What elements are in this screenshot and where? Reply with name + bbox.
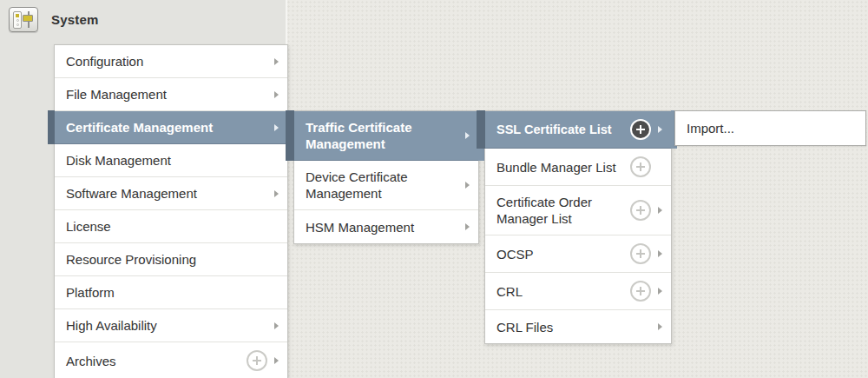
menu-item-label: Import... bbox=[687, 120, 845, 136]
arrow-spacer bbox=[852, 125, 857, 132]
submenu-arrow-icon bbox=[274, 357, 279, 364]
menu-item-file-management[interactable]: File Management bbox=[55, 78, 287, 111]
menu-item-platform[interactable]: Platform bbox=[55, 276, 287, 309]
menu-item-label: Archives bbox=[66, 353, 241, 369]
arrow-spacer bbox=[274, 256, 279, 263]
add-plus-icon[interactable] bbox=[630, 243, 651, 264]
submenu-arrow-icon bbox=[658, 250, 662, 257]
slider-track-left bbox=[13, 11, 22, 29]
menu-item-ssl-certificate-list[interactable]: SSL Certificate List bbox=[485, 111, 671, 149]
submenu-arrow-icon bbox=[465, 132, 470, 139]
menu-item-resource-provisioning[interactable]: Resource Provisioning bbox=[55, 243, 287, 276]
slider-knob bbox=[23, 15, 33, 22]
slider-dot bbox=[16, 19, 19, 22]
add-plus-icon[interactable] bbox=[630, 200, 651, 221]
menu-item-software-management[interactable]: Software Management bbox=[55, 177, 287, 210]
submenu-arrow-icon bbox=[274, 124, 279, 131]
menu-item-import[interactable]: Import... bbox=[675, 111, 865, 145]
submenu-arrow-icon bbox=[465, 223, 470, 230]
submenu-traffic-certificate-management: SSL Certificate ListBundle Manager ListC… bbox=[484, 110, 672, 344]
arrow-spacer bbox=[274, 223, 279, 230]
menu-item-device-certificate-management[interactable]: Device Certificate Management bbox=[294, 161, 478, 210]
menu-item-label: Resource Provisioning bbox=[66, 251, 267, 268]
add-plus-icon[interactable] bbox=[247, 350, 267, 371]
menu-item-label: Traffic Certificate Management bbox=[306, 119, 458, 152]
submenu-arrow-icon bbox=[658, 207, 662, 214]
menu-item-bundle-manager-list[interactable]: Bundle Manager List bbox=[485, 149, 671, 186]
menu-item-certificate-management[interactable]: Certificate Management bbox=[55, 111, 287, 144]
section-header: System bbox=[9, 7, 99, 32]
arrow-spacer bbox=[274, 289, 279, 296]
submenu-arrow-icon bbox=[658, 323, 662, 330]
screen: System ConfigurationFile ManagementCerti… bbox=[0, 0, 868, 378]
menu-item-crl-files[interactable]: CRL Files bbox=[485, 310, 671, 343]
add-plus-icon[interactable] bbox=[630, 119, 651, 140]
slider-dot bbox=[16, 14, 19, 17]
menu-item-crl[interactable]: CRL bbox=[485, 273, 671, 310]
menu-item-label: License bbox=[66, 218, 267, 235]
menu-item-label: Bundle Manager List bbox=[496, 159, 625, 176]
menu-item-label: CRL bbox=[496, 283, 625, 300]
submenu-arrow-icon bbox=[465, 182, 470, 189]
menu-item-disk-management[interactable]: Disk Management bbox=[55, 144, 287, 177]
menu-item-configuration[interactable]: Configuration bbox=[55, 45, 287, 78]
menu-item-label: Software Management bbox=[66, 185, 267, 202]
menu-item-ocsp[interactable]: OCSP bbox=[485, 235, 671, 273]
menu-item-label: File Management bbox=[66, 86, 267, 103]
menu-system: ConfigurationFile ManagementCertificate … bbox=[54, 44, 288, 378]
add-plus-icon[interactable] bbox=[630, 156, 651, 177]
submenu-arrow-icon bbox=[274, 322, 279, 329]
page-title: System bbox=[51, 12, 99, 27]
add-plus-icon[interactable] bbox=[630, 281, 651, 302]
submenu-arrow-icon bbox=[658, 288, 662, 295]
menu-item-label: HSM Management bbox=[306, 219, 458, 235]
menu-item-label: Certificate Management bbox=[66, 119, 267, 136]
menu-item-label: High Availability bbox=[66, 317, 267, 334]
menu-item-label: CRL Files bbox=[496, 319, 651, 335]
submenu-arrow-icon bbox=[274, 190, 279, 197]
menu-item-high-availability[interactable]: High Availability bbox=[55, 309, 287, 342]
menu-item-label: Platform bbox=[66, 284, 267, 301]
menu-item-label: Configuration bbox=[66, 53, 267, 70]
menu-item-label: SSL Certificate List bbox=[496, 122, 625, 138]
submenu-certificate-management: Traffic Certificate ManagementDevice Cer… bbox=[293, 110, 479, 244]
system-sliders-icon bbox=[9, 7, 38, 32]
menu-item-certificate-order-manager-list[interactable]: Certificate Order Manager List bbox=[485, 186, 671, 235]
menu-item-label: Device Certificate Management bbox=[306, 169, 458, 202]
menu-item-traffic-certificate-management[interactable]: Traffic Certificate Management bbox=[294, 111, 478, 161]
submenu-arrow-icon bbox=[274, 58, 279, 65]
menu-item-archives[interactable]: Archives bbox=[55, 342, 287, 378]
arrow-spacer bbox=[274, 157, 279, 164]
menu-item-label: Disk Management bbox=[66, 152, 267, 169]
menu-item-label: Certificate Order Manager List bbox=[496, 194, 625, 227]
submenu-arrow-icon bbox=[658, 126, 662, 133]
menu-item-license[interactable]: License bbox=[55, 210, 287, 243]
submenu-ssl-certificate-list: Import... bbox=[674, 110, 866, 146]
menu-item-label: OCSP bbox=[496, 246, 625, 262]
submenu-arrow-icon bbox=[274, 91, 279, 98]
menu-item-hsm-management[interactable]: HSM Management bbox=[294, 210, 478, 243]
arrow-spacer bbox=[658, 163, 662, 170]
slider-dot bbox=[16, 23, 19, 26]
